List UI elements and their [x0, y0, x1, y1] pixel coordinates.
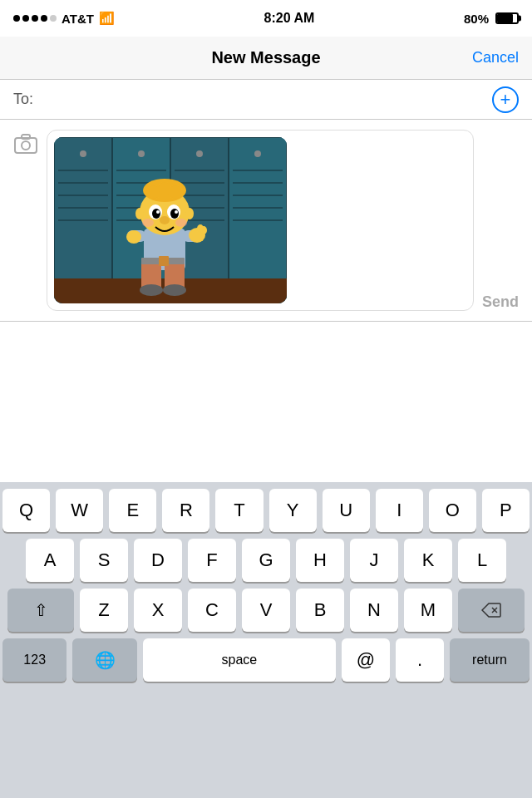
svg-point-30 — [196, 150, 203, 157]
keyboard-row-1: Q W E R T Y U I O P — [0, 482, 532, 532]
keyboard-row-2: A S D F G H J K L — [0, 532, 532, 582]
svg-rect-37 — [159, 256, 169, 266]
signal-dot-3 — [32, 15, 38, 22]
svg-point-60 — [142, 219, 154, 227]
svg-point-58 — [135, 208, 144, 219]
key-r[interactable]: R — [162, 489, 209, 532]
svg-point-56 — [175, 210, 178, 214]
svg-point-31 — [254, 150, 261, 157]
key-a[interactable]: A — [26, 539, 74, 582]
key-h[interactable]: H — [296, 539, 344, 582]
svg-rect-0 — [15, 138, 37, 153]
camera-button[interactable] — [13, 133, 38, 160]
key-k[interactable]: K — [404, 539, 452, 582]
key-l[interactable]: L — [458, 539, 506, 582]
key-o[interactable]: O — [429, 489, 476, 532]
svg-point-44 — [197, 224, 204, 233]
svg-rect-2 — [22, 135, 30, 139]
svg-point-29 — [138, 150, 145, 157]
page-title: New Message — [211, 48, 320, 67]
key-z[interactable]: Z — [80, 589, 128, 632]
svg-point-57 — [160, 216, 170, 224]
space-key[interactable]: space — [143, 638, 336, 682]
battery-fill — [497, 14, 513, 22]
add-contact-button[interactable]: + — [492, 86, 519, 113]
globe-icon: 🌐 — [95, 650, 116, 670]
battery-percent: 80% — [464, 12, 489, 26]
nav-bar: New Message Cancel — [0, 37, 532, 80]
message-image — [54, 137, 287, 303]
carrier-label: AT&T — [62, 12, 94, 26]
status-right: 80% — [464, 12, 519, 26]
svg-point-53 — [152, 209, 160, 219]
signal-dots — [13, 15, 57, 22]
key-x[interactable]: X — [134, 589, 182, 632]
svg-point-61 — [175, 219, 187, 227]
key-m[interactable]: M — [404, 589, 452, 632]
keyboard: Q W E R T Y U I O P A S D F G H J K L ⇧ … — [0, 482, 532, 798]
send-button[interactable]: Send — [482, 293, 519, 311]
keyboard-row-4: 123 🌐 space @ . return — [0, 632, 532, 690]
delete-key[interactable] — [458, 589, 525, 632]
svg-point-59 — [185, 208, 194, 219]
key-j[interactable]: J — [350, 539, 398, 582]
battery-container — [494, 12, 519, 24]
key-i[interactable]: I — [376, 489, 423, 532]
svg-point-39 — [163, 284, 186, 296]
message-input-area[interactable] — [47, 130, 474, 311]
key-w[interactable]: W — [56, 489, 103, 532]
battery-icon — [495, 12, 519, 24]
keyboard-row-3: ⇧ Z X C V B N M — [0, 582, 532, 632]
key-e[interactable]: E — [109, 489, 156, 532]
svg-point-50 — [169, 185, 182, 199]
to-field: To: + — [0, 80, 532, 120]
svg-point-45 — [126, 230, 141, 244]
key-f[interactable]: F — [188, 539, 236, 582]
return-key[interactable]: return — [450, 638, 530, 682]
key-t[interactable]: T — [215, 489, 263, 532]
svg-point-38 — [140, 284, 163, 296]
status-bar: AT&T 📶 8:20 AM 80% — [0, 0, 532, 37]
key-s[interactable]: S — [80, 539, 128, 582]
key-v[interactable]: V — [242, 589, 290, 632]
key-b[interactable]: B — [296, 589, 344, 632]
signal-dot-5 — [50, 15, 57, 22]
key-u[interactable]: U — [323, 489, 370, 532]
cancel-button[interactable]: Cancel — [472, 49, 519, 66]
svg-point-55 — [156, 210, 160, 214]
shift-icon: ⇧ — [34, 600, 48, 620]
key-y[interactable]: Y — [269, 489, 317, 532]
status-time: 8:20 AM — [264, 11, 315, 26]
to-input[interactable] — [40, 91, 492, 108]
at-key[interactable]: @ — [342, 638, 390, 682]
globe-key[interactable]: 🌐 — [72, 638, 136, 682]
message-area: Send — [0, 120, 532, 322]
key-g[interactable]: G — [242, 539, 290, 582]
shift-key[interactable]: ⇧ — [7, 589, 74, 632]
numbers-key[interactable]: 123 — [2, 638, 66, 682]
signal-dot-4 — [41, 15, 47, 22]
to-label: To: — [13, 91, 33, 108]
signal-dot-2 — [22, 15, 29, 22]
key-q[interactable]: Q — [2, 489, 50, 532]
key-c[interactable]: C — [188, 589, 236, 632]
svg-point-28 — [80, 150, 86, 157]
svg-point-54 — [170, 209, 179, 219]
key-p[interactable]: P — [482, 489, 530, 532]
delete-icon — [481, 603, 501, 618]
wifi-icon: 📶 — [99, 11, 115, 26]
key-d[interactable]: D — [134, 539, 182, 582]
svg-point-1 — [22, 141, 30, 150]
period-key[interactable]: . — [396, 638, 444, 682]
status-left: AT&T 📶 — [13, 11, 115, 26]
signal-dot-1 — [13, 15, 20, 22]
key-n[interactable]: N — [350, 589, 398, 632]
